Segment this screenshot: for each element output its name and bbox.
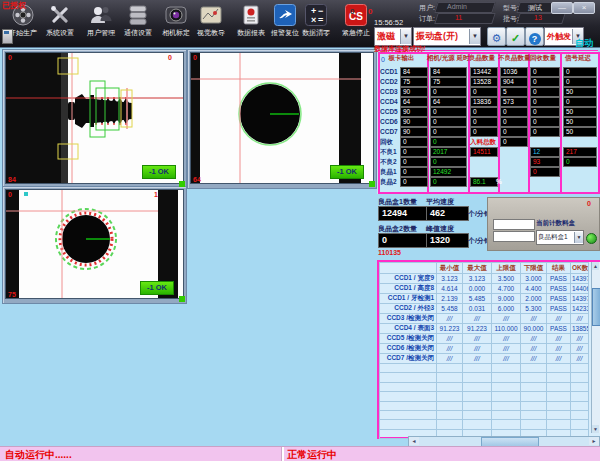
results-row: CCD5 /检测关闭//////////////////: [380, 334, 589, 344]
toolbar-button-label: 通信设置: [118, 29, 158, 37]
toolbar-button-comm[interactable]: 通信设置: [118, 2, 158, 37]
camera-view-3: 0 1 75 -1 OK: [2, 186, 187, 304]
stats-value-box: 0: [530, 127, 560, 137]
count-input-2[interactable]: [493, 231, 535, 242]
results-cell: ///: [521, 344, 547, 354]
authorized-label: 已授权: [2, 0, 26, 11]
stats-value-box: 0: [470, 87, 498, 97]
results-cell: [380, 364, 437, 373]
scroll-left-icon[interactable]: ◄: [409, 437, 419, 445]
scrollbar-thumb[interactable]: [592, 288, 600, 326]
results-cell: ///: [463, 344, 492, 354]
stats-value-box: 0: [430, 157, 467, 167]
close-button[interactable]: ×: [573, 2, 595, 14]
results-cell: 3.123: [463, 274, 492, 284]
results-row-label: CCD7 /检测关闭: [380, 354, 437, 364]
scroll-right-icon[interactable]: ►: [589, 437, 599, 445]
stats-column-header: 相机/光源 延时: [427, 54, 466, 63]
stats-value-box: 84: [400, 67, 428, 77]
percent-suffix: %: [496, 178, 502, 185]
toolbar-button-vision-teach[interactable]: 视觉教导: [191, 2, 231, 37]
scroll-down-icon[interactable]: ▼: [592, 425, 599, 433]
chevron-down-icon[interactable]: ▼: [574, 232, 583, 243]
stats-value-box: 0: [530, 77, 560, 87]
resize-grip[interactable]: [179, 181, 185, 187]
scroll-up-icon[interactable]: ▲: [592, 262, 599, 270]
stats-value-box: 2017: [430, 147, 467, 157]
results-cell: [463, 364, 492, 373]
results-cell: [380, 382, 437, 391]
toolbar-button-users[interactable]: 用户管理: [81, 2, 121, 37]
results-cell: [521, 420, 547, 429]
stats-value-box: 0: [530, 87, 560, 97]
results-cell: [547, 364, 571, 373]
results-table: 最小值最大值上限值下限值结果OK数CCD1 / 宽度93.1233.1233.5…: [379, 262, 589, 439]
results-cell: 6.000: [492, 304, 521, 314]
results-row: CCD1 / 牙检测12.1395.4859.0002.000PASS14397: [380, 294, 589, 304]
current-box-label: 当前计数料盒: [536, 219, 575, 228]
results-cell: [571, 382, 589, 391]
results-cell: ///: [521, 354, 547, 364]
stats-value-box: 50: [563, 107, 597, 117]
frame-counter: 0: [168, 54, 172, 61]
results-cell: [492, 373, 521, 382]
results-cell: [463, 392, 492, 401]
current-box-combo[interactable]: 良品料盒1 ▼: [536, 230, 584, 245]
batch-value: 13: [534, 14, 542, 21]
stats-value-box: 904: [500, 77, 528, 87]
stats-value-box: 0: [470, 117, 498, 127]
resize-grip[interactable]: [179, 296, 185, 302]
auto-mode-label: 自动: [575, 37, 593, 50]
resize-grip[interactable]: [369, 181, 375, 187]
results-row: CCD7 /检测关闭//////////////////: [380, 354, 589, 364]
results-cell: [521, 392, 547, 401]
stats-value-box: 90: [400, 117, 428, 127]
stats-value-box: 50: [563, 127, 597, 137]
results-cell: PASS: [547, 324, 571, 334]
results-cell: [437, 373, 463, 382]
count-input-1[interactable]: [493, 219, 535, 230]
minimize-button[interactable]: —: [551, 2, 573, 14]
results-cell: [492, 392, 521, 401]
vertical-scrollbar[interactable]: ▲ ▼: [591, 262, 600, 433]
chevron-down-icon[interactable]: ▼: [400, 29, 411, 44]
stats-value-box: 0: [563, 77, 597, 87]
alarm-reset-icon: [273, 3, 297, 27]
stats-row-label: 回收: [380, 138, 393, 147]
results-row-label: CCD5 /检测关闭: [380, 334, 437, 344]
results-cell: [571, 401, 589, 410]
results-cell: ///: [492, 344, 521, 354]
stats-value-box: 0: [530, 167, 560, 177]
peak-speed-value: 1320: [426, 233, 469, 248]
stats-value-box: 90: [400, 127, 428, 137]
total-count-value: 110135: [378, 249, 401, 256]
settings-gear-button[interactable]: ⚙: [487, 27, 506, 46]
results-column-header: 最小值: [437, 263, 463, 274]
results-column-header: 上限值: [492, 263, 521, 274]
svg-text:=: =: [318, 15, 323, 25]
mini-window-icon[interactable]: [2, 29, 13, 44]
chevron-down-icon[interactable]: ▼: [469, 29, 480, 44]
comm-icon: [126, 3, 150, 27]
results-row-label: CCD6 /检测关闭: [380, 344, 437, 354]
toolbar-button-label: 用户管理: [81, 29, 121, 37]
toolbar-button-tools[interactable]: 系统设置: [40, 2, 80, 37]
stats-value-box: 1036: [500, 67, 528, 77]
results-cell: [521, 401, 547, 410]
results-cell: [380, 420, 437, 429]
toolbar-button-data-clear[interactable]: +−×=数据清零: [296, 2, 336, 37]
gear-icon: ⚙: [492, 32, 502, 44]
measurement-results-panel: 最小值最大值上限值下限值结果OK数CCD1 / 宽度93.1233.1233.5…: [377, 260, 600, 439]
stop-counter-black: 0: [350, 7, 354, 16]
toolbar-button-camera[interactable]: 相机标定: [156, 2, 196, 37]
results-cell: [437, 401, 463, 410]
results-cell: 14406: [571, 284, 589, 294]
results-cell: ///: [521, 334, 547, 344]
stats-value-box: 12: [530, 147, 560, 157]
box2-count-value: 0: [378, 233, 427, 248]
help-button[interactable]: ?: [525, 27, 544, 46]
results-cell: 4.614: [437, 284, 463, 294]
confirm-button[interactable]: ✓: [506, 27, 525, 46]
results-row: CCD6 /检测关闭//////////////////: [380, 344, 589, 354]
stats-column-header: 回收数量: [528, 54, 558, 63]
